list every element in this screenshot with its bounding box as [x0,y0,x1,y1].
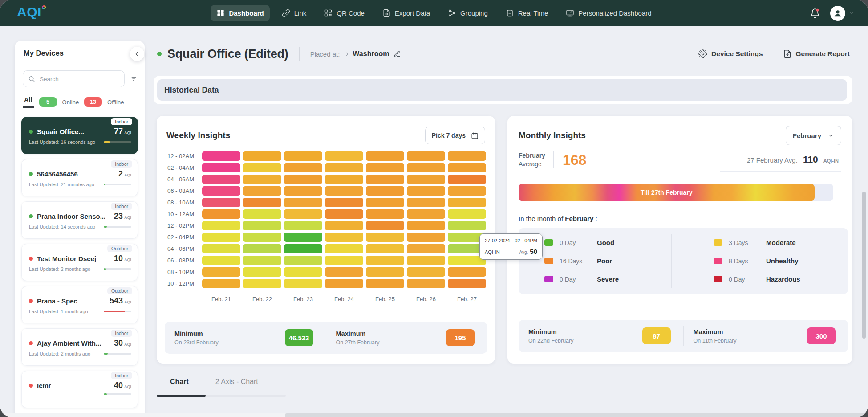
edit-pencil-icon[interactable] [393,50,401,57]
heatmap-cell[interactable] [284,256,322,265]
heatmap-cell[interactable] [407,267,445,277]
heatmap-cell[interactable] [243,233,281,242]
heatmap-cell[interactable] [325,175,363,184]
heatmap-cell[interactable] [284,267,322,277]
heatmap-cell[interactable] [325,198,363,207]
heatmap-cell[interactable] [325,267,363,277]
bottom-scroll-hint[interactable] [285,413,868,417]
nav-item-dashboard[interactable]: Dashboard [211,5,269,21]
tab-chart[interactable]: Chart [157,378,202,393]
heatmap-cell[interactable] [407,163,445,172]
heatmap-cell[interactable] [448,175,486,184]
offline-count-badge[interactable]: 13 [84,97,102,107]
tab-2-axis-chart[interactable]: 2 Axis - Chart [202,378,272,393]
heatmap-cell[interactable] [284,186,322,196]
nav-item-personalized-dashboard[interactable]: Personalized Dashboard [560,5,657,21]
heatmap-cell[interactable] [284,198,322,207]
heatmap-cell[interactable] [325,186,363,196]
heatmap-cell[interactable] [202,163,240,172]
heatmap-cell[interactable] [202,279,240,288]
heatmap-cell[interactable] [325,163,363,172]
nav-item-grouping[interactable]: Grouping [442,5,494,21]
device-card-ajay-ambient-with[interactable]: IndoorAjay Ambient With...30AQILast Upda… [21,328,138,366]
heatmap-cell[interactable] [202,244,240,253]
heatmap-cell[interactable] [243,256,281,265]
nav-item-qr-code[interactable]: QR Code [318,5,370,21]
user-menu[interactable] [830,6,855,21]
device-card-prana-spec[interactable]: OutdoorPrana - Spec543AQILast Updated: 1… [21,286,138,323]
heatmap-cell[interactable] [202,186,240,196]
heatmap-cell[interactable] [366,175,404,184]
heatmap-cell[interactable] [407,279,445,288]
heatmap-cell[interactable] [366,256,404,265]
heatmap-cell[interactable] [448,186,486,196]
heatmap-cell[interactable] [325,233,363,242]
heatmap-cell[interactable] [284,209,322,219]
heatmap-cell[interactable] [243,279,281,288]
heatmap-cell[interactable] [202,198,240,207]
heatmap-cell[interactable] [243,151,281,161]
tab-all-devices[interactable]: All [23,96,34,108]
heatmap-cell[interactable] [325,279,363,288]
heatmap-cell[interactable] [448,267,486,277]
heatmap-cell[interactable] [448,198,486,207]
search-input[interactable] [39,75,119,83]
heatmap-cell[interactable] [366,209,404,219]
heatmap-cell[interactable] [366,279,404,288]
heatmap-cell[interactable] [243,163,281,172]
tab-online[interactable]: Online [62,99,79,106]
generate-report-button[interactable]: Generate Report [773,49,852,58]
heatmap-cell[interactable] [243,175,281,184]
month-select[interactable]: February [786,126,841,145]
heatmap-cell[interactable] [243,244,281,253]
heatmap-cell[interactable] [366,221,404,230]
heatmap-cell[interactable] [243,267,281,277]
device-card-56456456456[interactable]: Indoor564564564562AQILast Updated: 21 mi… [21,159,138,196]
heatmap-cell[interactable] [448,221,486,230]
device-card-squair-office[interactable]: IndoorSquair Office...77AQILast Updated:… [21,117,138,154]
heatmap-cell[interactable] [284,175,322,184]
heatmap-cell[interactable] [366,186,404,196]
device-card-test-monitor-dscej[interactable]: OutdoorTest Monitor Dscej10AQILast Updat… [21,244,138,281]
heatmap-cell[interactable] [202,151,240,161]
online-count-badge[interactable]: 5 [39,97,57,107]
device-settings-button[interactable]: Device Settings [689,49,772,58]
heatmap-cell[interactable] [284,151,322,161]
heatmap-cell[interactable] [202,209,240,219]
bell-icon[interactable] [810,8,820,19]
heatmap-cell[interactable] [407,175,445,184]
breadcrumb[interactable]: Washroom [353,50,389,58]
heatmap-cell[interactable] [366,163,404,172]
heatmap-cell[interactable] [202,267,240,277]
pick-7-days-button[interactable]: Pick 7 days [425,127,485,144]
heatmap-cell[interactable] [366,198,404,207]
device-card-prana-indoor-senso[interactable]: IndoorPrana Indoor Senso...23AQILast Upd… [21,201,138,239]
heatmap-cell[interactable] [243,186,281,196]
filter-icon[interactable] [131,74,137,84]
heatmap-cell[interactable] [448,151,486,161]
heatmap-cell[interactable] [407,209,445,219]
heatmap-cell[interactable] [407,256,445,265]
page-scrollbar[interactable] [862,192,866,339]
nav-item-real-time[interactable]: Real Time [500,5,554,21]
heatmap-cell[interactable] [284,163,322,172]
heatmap-cell[interactable] [366,151,404,161]
heatmap-cell[interactable] [243,221,281,230]
heatmap-cell[interactable] [407,244,445,253]
heatmap-cell[interactable] [284,279,322,288]
nav-item-export-data[interactable]: Export Data [377,5,436,21]
heatmap-cell[interactable] [325,151,363,161]
heatmap-cell[interactable] [448,209,486,219]
heatmap-cell[interactable] [407,233,445,242]
heatmap-cell[interactable] [284,244,322,253]
heatmap-cell[interactable] [325,256,363,265]
heatmap-cell[interactable] [325,244,363,253]
heatmap-cell[interactable] [407,151,445,161]
sidebar-collapse-button[interactable] [130,47,144,61]
heatmap-cell[interactable] [448,279,486,288]
aqi-logo[interactable]: AQI [17,4,46,20]
heatmap-cell[interactable] [366,233,404,242]
heatmap-cell[interactable] [366,267,404,277]
nav-item-link[interactable]: Link [276,5,312,21]
heatmap-cell[interactable] [407,221,445,230]
